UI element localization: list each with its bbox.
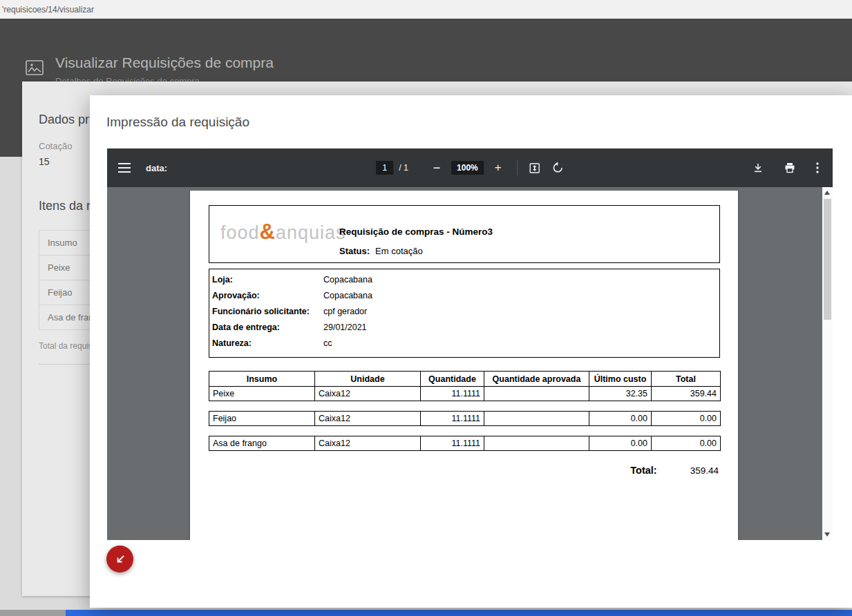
total-label: Total: <box>630 465 656 476</box>
toolbar-divider <box>517 160 518 175</box>
info-row: Natureza: cc <box>212 338 719 354</box>
rotate-icon[interactable] <box>551 162 564 174</box>
document-total-row: Total: 359.44 <box>209 465 720 476</box>
info-label: Funcionário solicitante: <box>212 307 310 316</box>
pdf-page: food&anquias Requisição de compras - Núm… <box>190 191 738 540</box>
download-icon[interactable] <box>752 162 764 173</box>
cell <box>484 412 589 426</box>
zoom-out-button[interactable]: − <box>429 161 444 175</box>
cell: 11.1111 <box>421 387 484 401</box>
fit-page-icon[interactable] <box>529 162 540 174</box>
cell <box>484 387 589 401</box>
info-row: Loja: Copacabana <box>212 275 719 291</box>
info-row: Funcionário solicitante: cpf gerador <box>212 307 719 323</box>
print-icon[interactable] <box>784 162 795 173</box>
zoom-level[interactable]: 100% <box>451 161 484 175</box>
col-header: Quantidade <box>421 372 484 387</box>
info-value: Copacabana <box>323 291 372 300</box>
document-table-row: Peixe Caixa12 11.1111 32.35 359.44 <box>209 387 721 401</box>
pdf-filename: data: <box>146 163 167 173</box>
scroll-up-arrow[interactable] <box>824 191 830 195</box>
document-items-table: Feijao Caixa12 11.1111 0.00 0.00 <box>209 411 721 426</box>
status-label: Status: <box>339 246 370 256</box>
print-modal: Impressão da requisição data: 1 / 1 <box>90 95 852 608</box>
info-value: 29/01/2021 <box>323 323 367 332</box>
document-header-box: food&anquias Requisição de compras - Núm… <box>209 205 720 263</box>
document-status: Status:Em cotação <box>339 246 493 256</box>
cell: 11.1111 <box>421 436 484 451</box>
info-value: cc <box>323 338 332 348</box>
page-total-label: / 1 <box>399 163 408 173</box>
document-header-text: Requisição de compras - Número3 Status:E… <box>339 227 493 256</box>
modal-title: Impressão da requisição <box>106 115 249 130</box>
col-header: Insumo <box>209 372 315 387</box>
cell: Caixa12 <box>315 387 421 401</box>
back-fab[interactable] <box>106 546 133 572</box>
screen: 'requisicoes/14/visualizar Visualizar Re… <box>0 0 852 616</box>
document-table-row: Asa de frango Caixa12 11.1111 0.00 0.00 <box>209 436 721 451</box>
cell: 32.35 <box>589 387 652 401</box>
col-header: Total <box>652 372 721 387</box>
document-items-table: Asa de frango Caixa12 11.1111 0.00 0.00 <box>209 436 721 451</box>
cell: Caixa12 <box>315 412 421 426</box>
url-text: 'requisicoes/14/visualizar <box>2 5 94 15</box>
info-label: Natureza: <box>212 338 252 348</box>
cell: Caixa12 <box>315 436 421 451</box>
cell <box>484 436 589 451</box>
status-value: Em cotação <box>375 246 423 256</box>
more-options-icon[interactable] <box>816 162 819 173</box>
pdf-scrollbar[interactable] <box>822 187 833 540</box>
document-table-row: Feijao Caixa12 11.1111 0.00 0.00 <box>209 412 721 426</box>
info-row: Aprovação: Copacabana <box>212 291 719 307</box>
toolbar-center: 1 / 1 − 100% + <box>376 160 564 175</box>
scrollbar-thumb[interactable] <box>824 199 831 320</box>
cell: Feijao <box>209 412 315 426</box>
document-info-box: Loja: Copacabana Aprovação: Copacabana F… <box>209 269 720 358</box>
footer-gray-segment <box>0 610 66 616</box>
footer-bar <box>0 610 852 616</box>
toolbar-right <box>752 162 833 173</box>
toolbar-left: data: <box>107 163 167 173</box>
cell: Peixe <box>209 387 315 401</box>
scroll-down-arrow[interactable] <box>824 532 830 537</box>
menu-icon[interactable] <box>118 163 131 173</box>
cell: 359.44 <box>652 387 721 401</box>
logo-text-anquias: anquias <box>276 222 346 243</box>
col-header: Unidade <box>315 372 421 387</box>
pdf-body: food&anquias Requisição de compras - Núm… <box>107 187 833 540</box>
total-value: 359.44 <box>690 465 720 476</box>
info-value: Copacabana <box>323 275 372 285</box>
info-value: cpf gerador <box>323 307 367 316</box>
footer-blue-segment <box>66 610 852 616</box>
pdf-viewer: data: 1 / 1 − 100% + <box>107 148 833 540</box>
info-row: Data de entrega: 29/01/2021 <box>212 323 719 338</box>
pdf-toolbar: data: 1 / 1 − 100% + <box>107 148 833 187</box>
logo-ampersand: & <box>260 220 276 244</box>
browser-url-bar: 'requisicoes/14/visualizar <box>0 0 852 19</box>
cell: 0.00 <box>589 412 652 426</box>
zoom-in-button[interactable]: + <box>491 161 506 175</box>
info-label: Data de entrega: <box>212 323 280 332</box>
info-label: Aprovação: <box>212 291 260 300</box>
cell: 11.1111 <box>421 412 484 426</box>
document-table-header-row: Insumo Unidade Quantidade Quantidade apr… <box>209 372 721 387</box>
cell: 0.00 <box>589 436 652 451</box>
company-logo: food&anquias <box>220 220 346 244</box>
cell: 0.00 <box>652 436 721 451</box>
logo-text-food: food <box>220 222 260 243</box>
cell: Asa de frango <box>209 436 315 451</box>
col-header: Último custo <box>589 372 652 387</box>
document-items-table: Insumo Unidade Quantidade Quantidade apr… <box>209 371 721 401</box>
document-title: Requisição de compras - Número3 <box>339 227 493 237</box>
info-label: Loja: <box>212 275 233 285</box>
cell: 0.00 <box>652 412 721 426</box>
col-header: Quantidade aprovada <box>484 372 589 387</box>
page-number-input[interactable]: 1 <box>376 161 393 175</box>
